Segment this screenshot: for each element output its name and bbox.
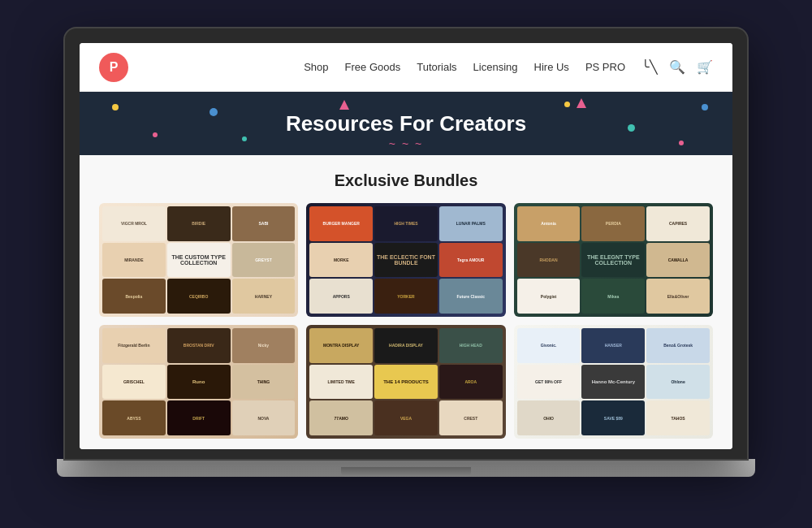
bundles-row-1: VIGCR MROL BIRDIE SABI MIRANDE THE CUSTO…: [99, 203, 713, 317]
bundle-tile: NOVA: [232, 400, 296, 435]
screen-inner: P Shop Free Goods Tutorials Licensing Hi…: [80, 43, 732, 449]
bundle-tile: Mikea: [581, 279, 645, 314]
nav-licensing[interactable]: Licensing: [473, 61, 518, 73]
hero-dot-3: [209, 108, 218, 116]
bundle-tile: VIGCR MROL: [102, 206, 166, 241]
cart-icon[interactable]: 🛒: [697, 59, 713, 75]
bundle-tile: THE ECLECTIC FONT BUNDLE: [374, 243, 438, 278]
bundle-tile: CAPIRES: [646, 206, 710, 241]
bundle-card-5[interactable]: MONTRA DISPLAY HADIRA DISPLAY HIGH HEAD …: [306, 325, 505, 439]
nav-icons: ╰╲ 🔍 🛒: [641, 59, 713, 75]
bundle-tile: HANSER: [581, 328, 645, 363]
navigation: P Shop Free Goods Tutorials Licensing Hi…: [80, 43, 732, 92]
svg-marker-0: [339, 100, 349, 110]
bundle-tile: HARNEY: [232, 279, 296, 314]
bundles-row-2: Fitzgerald Berlin BROSTAN DRIV Nicky GRI…: [99, 325, 713, 439]
hero-title: Resources For Creators: [286, 111, 526, 136]
bundle-tile: SAVE $89: [581, 400, 645, 435]
bundle-tile: MIRANDE: [102, 243, 166, 278]
bundle-tile: OHIO: [517, 400, 581, 435]
hero-banner: Resources For Creators ~ ~ ~: [80, 92, 732, 155]
nav-hire-us[interactable]: Hire Us: [534, 61, 569, 73]
bundle-tile: LUNAR PALMS: [439, 206, 503, 241]
bundle-tile: DRIFT: [167, 400, 231, 435]
bundle-tile: Ohlone: [646, 365, 710, 400]
hero-dot-2: [153, 132, 158, 137]
bundle-tile: BIRDIE: [167, 206, 231, 241]
main-content: Exclusive Bundles VIGCR MROL BIRDIE SABI…: [80, 155, 732, 449]
bundle-tile: Bespolia: [102, 279, 166, 314]
bundle-card-4[interactable]: Fitzgerald Berlin BROSTAN DRIV Nicky GRI…: [99, 325, 298, 439]
bundle-tile: HIGH TIMES: [374, 206, 438, 241]
bundle-tile: GREYST: [232, 243, 296, 278]
hero-dot-5: [564, 102, 570, 107]
bundle-tile: Benz& Grotesk: [646, 328, 710, 363]
bundle-tile: APPORS: [309, 279, 373, 314]
bundle-tile: PERDIA: [581, 206, 645, 241]
bundle-tile: Tegra AMOUR: [439, 243, 503, 278]
bundle-tile: Ella&Oliver: [646, 279, 710, 314]
bundle-card-6[interactable]: Givonic. HANSER Benz& Grotesk GET 99% OF…: [514, 325, 713, 439]
bundle-tile: THING: [232, 365, 296, 400]
nav-links: Shop Free Goods Tutorials Licensing Hire…: [304, 61, 625, 73]
triangle-pink2: [577, 98, 586, 108]
logo-letter: P: [110, 60, 119, 75]
laptop-notch: [341, 467, 471, 477]
bundle-tile: THE CUSTOM TYPE COLLECTION: [167, 243, 231, 278]
bundle-tile: Future Classic: [439, 279, 503, 314]
screen-bezel: P Shop Free Goods Tutorials Licensing Hi…: [65, 28, 747, 459]
bundle-tile: VEGA: [374, 400, 438, 435]
hero-dot-8: [702, 104, 708, 110]
bundle-tile: Givonic.: [517, 328, 581, 363]
bundle-tile: Runo: [167, 365, 231, 400]
bundle-tile: Nicky: [232, 328, 296, 363]
bundle-tile: ABYSS: [102, 400, 166, 435]
website: P Shop Free Goods Tutorials Licensing Hi…: [80, 43, 732, 449]
bundle-tile: Fitzgerald Berlin: [102, 328, 166, 363]
tilde-deco: ~ ~ ~: [389, 137, 423, 150]
bundle-tile: THE 14 PRODUCTS: [374, 365, 438, 400]
bundle-tile: MORKE: [309, 243, 373, 278]
triangle-pink: [339, 100, 349, 110]
bundle-card-1[interactable]: VIGCR MROL BIRDIE SABI MIRANDE THE CUSTO…: [99, 203, 298, 317]
nav-ps-pro[interactable]: PS PRO: [585, 61, 625, 73]
nav-free-goods[interactable]: Free Goods: [345, 61, 401, 73]
section-title: Exclusive Bundles: [99, 171, 713, 190]
bundle-card-3[interactable]: Antonia PERDIA CAPIRES RHODAN THE ELEGNT…: [514, 203, 713, 317]
bundle-tile: Hanno Mc-Century: [581, 365, 645, 400]
bundle-tile: 77AMO: [309, 400, 373, 435]
bundle-tile: CREST: [439, 400, 503, 435]
bundle-tile: GET 99% OFF: [517, 365, 581, 400]
hero-dot-1: [112, 104, 119, 110]
bundle-tile: CAWALLA: [646, 243, 710, 278]
nav-shop[interactable]: Shop: [304, 61, 328, 73]
laptop-base: [57, 459, 755, 477]
bundle-tile: GRISCHEL: [102, 365, 166, 400]
hero-dot-4: [242, 136, 247, 141]
laptop-mockup: P Shop Free Goods Tutorials Licensing Hi…: [57, 28, 755, 500]
hero-dot-7: [679, 141, 684, 145]
bundle-tile: Antonia: [517, 206, 581, 241]
bundle-tile: YORKER: [374, 279, 438, 314]
bundle-tile: HIGH HEAD: [439, 328, 503, 363]
user-icon[interactable]: ╰╲: [641, 59, 658, 75]
bundle-tile: THE ELEGNT TYPE COLLECTION: [581, 243, 645, 278]
bundle-tile: Polygist: [517, 279, 581, 314]
bundle-tile: BROSTAN DRIV: [167, 328, 231, 363]
search-icon[interactable]: 🔍: [669, 59, 685, 75]
bundle-tile: TAHOS: [646, 400, 710, 435]
svg-marker-1: [577, 98, 586, 108]
bundle-tile: SABI: [232, 206, 296, 241]
bundle-tile: MONTRA DISPLAY: [309, 328, 373, 363]
bundle-tile: CEQIRBO: [167, 279, 231, 314]
logo[interactable]: P: [99, 53, 128, 82]
bundle-tile: HADIRA DISPLAY: [374, 328, 438, 363]
bundle-tile: RHODAN: [517, 243, 581, 278]
nav-tutorials[interactable]: Tutorials: [417, 61, 456, 73]
bundle-tile: BURGER MANGER: [309, 206, 373, 241]
hero-dot-6: [628, 124, 635, 132]
bundle-card-2[interactable]: BURGER MANGER HIGH TIMES LUNAR PALMS MOR…: [306, 203, 505, 317]
bundle-tile: LIMITED TIME: [309, 365, 373, 400]
bundle-tile: AROA: [439, 365, 503, 400]
